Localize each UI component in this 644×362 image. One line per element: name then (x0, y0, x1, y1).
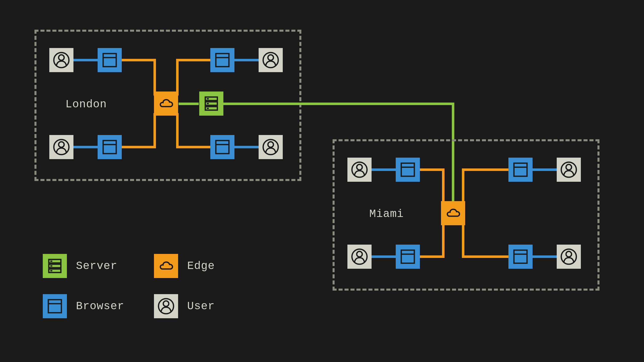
legend-server-label: Server (76, 260, 117, 272)
user-node (347, 158, 372, 182)
link-browser-edge (462, 168, 509, 171)
link-browser-edge (419, 168, 445, 171)
link-browser-edge (121, 59, 156, 61)
browser-node (98, 135, 122, 159)
legend-edge: Edge (154, 254, 215, 278)
region-london-label: London (65, 98, 107, 111)
user-node (49, 135, 73, 159)
link-browser-edge (176, 59, 179, 96)
link-user-browser (234, 59, 259, 61)
link-user-browser (532, 168, 557, 171)
diagram-stage: London Miami S (0, 0, 644, 362)
link-browser-edge (442, 223, 445, 258)
region-miami-label: Miami (369, 208, 404, 220)
browser-node (508, 245, 533, 269)
link-user-browser (532, 255, 557, 258)
link-browser-edge (121, 146, 156, 148)
legend-browser-label: Browser (76, 300, 124, 312)
legend-browser: Browser (43, 294, 124, 318)
browser-node (508, 158, 533, 182)
link-edge-server (179, 103, 199, 105)
link-browser-edge (153, 59, 156, 96)
link-user-browser (234, 146, 259, 148)
link-user-browser (73, 146, 98, 148)
user-icon (154, 294, 178, 318)
user-node (557, 158, 581, 182)
link-browser-edge (442, 168, 445, 205)
link-browser-edge (462, 255, 509, 258)
browser-node (210, 135, 234, 159)
link-user-browser (73, 59, 98, 61)
browser-node (98, 48, 122, 72)
link-browser-edge (462, 168, 464, 205)
link-user-browser (371, 168, 396, 171)
link-browser-edge (176, 113, 179, 148)
link-user-browser (371, 255, 396, 258)
server-node (199, 92, 223, 116)
browser-icon (43, 294, 67, 318)
legend-server: Server (43, 254, 117, 278)
link-browser-edge (176, 146, 211, 148)
legend-edge-label: Edge (187, 260, 215, 272)
user-node (259, 48, 283, 72)
edge-node (154, 92, 178, 116)
user-node (557, 245, 581, 269)
browser-node (210, 48, 234, 72)
user-node (49, 48, 73, 72)
browser-node (396, 158, 420, 182)
server-icon (43, 254, 67, 278)
link-browser-edge (176, 59, 211, 61)
link-browser-edge (153, 113, 156, 148)
legend-user-label: User (187, 300, 215, 312)
browser-node (396, 245, 420, 269)
user-node (347, 245, 372, 269)
link-region-region (223, 103, 454, 105)
link-browser-edge (462, 223, 464, 258)
edge-node (441, 201, 465, 225)
edge-icon (154, 254, 178, 278)
legend-user: User (154, 294, 215, 318)
user-node (259, 135, 283, 159)
link-browser-edge (419, 255, 445, 258)
